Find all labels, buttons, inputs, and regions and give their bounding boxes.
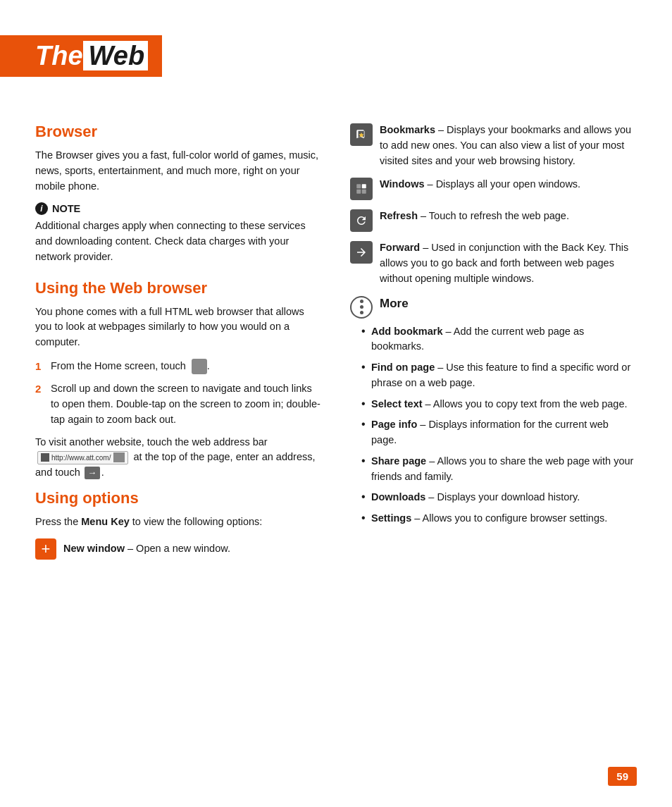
right-column: Bookmarks – Displays your bookmarks and … [350, 123, 637, 569]
page-number: 59 [608, 767, 637, 786]
bullet-downloads: Downloads – Displays your download histo… [361, 490, 637, 505]
more-dots [360, 300, 363, 314]
step-2: 2 Scroll up and down the screen to navig… [35, 381, 322, 427]
addr-url: http://www.att.com/ [51, 452, 111, 463]
step-2-text: Scroll up and down the screen to navigat… [51, 381, 322, 427]
using-options-body: Press the Menu Key to view the following… [35, 515, 322, 530]
browser-heading: Browser [35, 123, 322, 141]
svg-rect-1 [362, 185, 366, 189]
web-browser-section: Using the Web browser You phone comes wi… [35, 279, 322, 481]
refresh-icon [355, 214, 368, 227]
using-options-heading: Using options [35, 489, 322, 507]
bullet-page-info: Page info – Displays information for the… [361, 417, 637, 448]
more-section: More Add bookmark – Add the current web … [350, 295, 637, 526]
web-browser-heading: Using the Web browser [35, 279, 322, 297]
new-window-text: New window – Open a new window. [63, 541, 230, 557]
forward-arrow-inline: → [85, 467, 100, 479]
step-1-num: 1 [35, 359, 45, 375]
windows-icon [355, 183, 368, 195]
bookmarks-icon-box [350, 123, 373, 146]
bullet-share-page: Share page – Allows you to share the web… [361, 454, 637, 485]
address-note: To visit another website, touch the web … [35, 435, 322, 481]
left-column: Browser The Browser gives you a fast, fu… [35, 123, 322, 569]
step-1: 1 From the Home screen, touch . [35, 359, 322, 375]
addr-reload-btn [113, 452, 125, 462]
more-bullets-list: Add bookmark – Add the current web page … [350, 324, 637, 526]
more-icon-box [350, 296, 373, 319]
addr-page-icon [41, 453, 49, 462]
browser-body: The Browser gives you a fast, full-color… [35, 148, 322, 194]
page-title-section: TheWeb [35, 35, 637, 98]
svg-rect-2 [356, 190, 361, 194]
more-header: More [350, 295, 637, 319]
refresh-text: Refresh – Touch to refresh the web page. [380, 209, 569, 224]
refresh-item: Refresh – Touch to refresh the web page. [350, 209, 637, 232]
forward-icon-box [350, 241, 373, 264]
address-bar-image: http://www.att.com/ [37, 451, 128, 464]
svg-rect-3 [362, 190, 366, 194]
web-browser-body: You phone comes with a full HTML web bro… [35, 304, 322, 350]
bullet-find-on-page: Find on page – Use this feature to find … [361, 360, 637, 391]
note-label: NOTE [52, 203, 80, 214]
windows-icon-box [350, 178, 373, 200]
home-screen-icon [192, 359, 207, 374]
bookmarks-item: Bookmarks – Displays your bookmarks and … [350, 123, 637, 168]
svg-rect-0 [356, 185, 361, 189]
note-box: i NOTE Additional charges apply when con… [35, 202, 322, 264]
new-window-icon: + [35, 538, 56, 560]
bookmarks-icon [355, 128, 368, 141]
browser-section: Browser The Browser gives you a fast, fu… [35, 123, 322, 194]
windows-text: Windows – Displays all your open windows… [380, 177, 580, 192]
windows-item: Windows – Displays all your open windows… [350, 177, 637, 200]
forward-icon [355, 246, 368, 259]
refresh-icon-box [350, 209, 373, 232]
note-body: Additional charges apply when connecting… [35, 218, 322, 264]
forward-item: Forward – Used in conjunction with the B… [350, 240, 637, 286]
more-label: More [380, 297, 409, 311]
bookmarks-text: Bookmarks – Displays your bookmarks and … [380, 123, 637, 168]
step-1-text: From the Home screen, touch . [51, 359, 210, 375]
new-window-item: + New window – Open a new window. [35, 538, 322, 560]
bullet-select-text: Select text – Allows you to copy text fr… [361, 397, 637, 412]
note-icon: i [35, 202, 48, 215]
bullet-settings: Settings – Allows you to configure brows… [361, 511, 637, 526]
title-web: Web [83, 41, 149, 70]
using-options-section: Using options Press the Menu Key to view… [35, 489, 322, 560]
step-2-num: 2 [35, 381, 45, 427]
title-the: The [35, 41, 83, 70]
bullet-add-bookmark: Add bookmark – Add the current web page … [361, 324, 637, 355]
forward-text: Forward – Used in conjunction with the B… [380, 240, 637, 286]
